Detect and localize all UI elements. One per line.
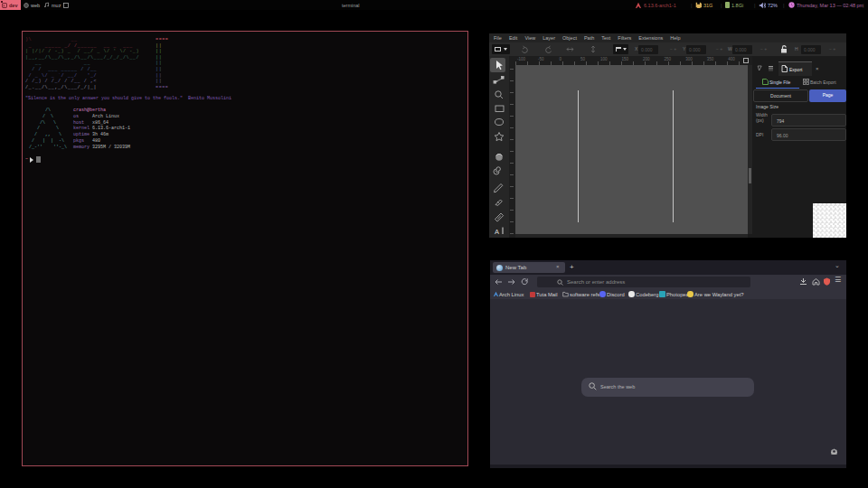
svg-text:A: A bbox=[495, 228, 499, 236]
